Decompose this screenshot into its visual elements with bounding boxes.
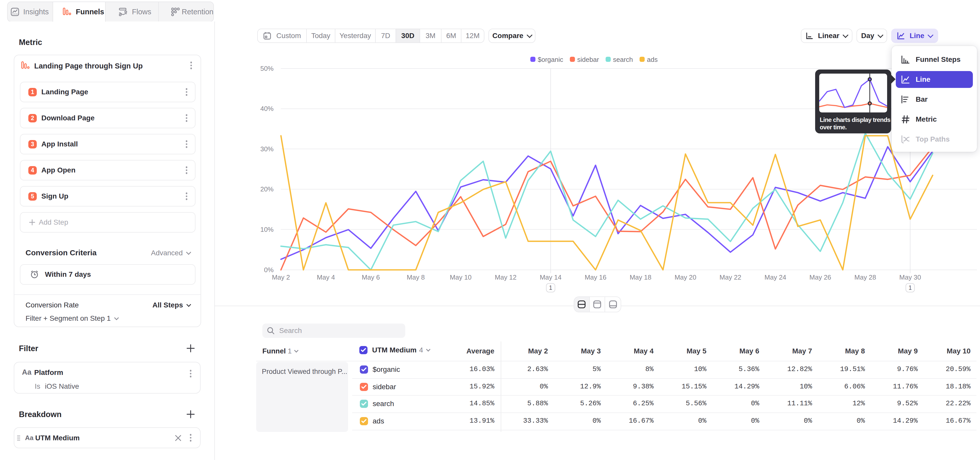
svg-text:May 6: May 6 — [362, 273, 380, 281]
svg-text:May 16: May 16 — [585, 273, 606, 281]
svg-text:40%: 40% — [260, 105, 274, 112]
svg-text:50%: 50% — [260, 65, 274, 72]
svg-text:May 28: May 28 — [854, 273, 876, 281]
svg-text:May 22: May 22 — [719, 273, 741, 281]
svg-text:May 18: May 18 — [630, 273, 651, 281]
svg-text:May 14: May 14 — [540, 273, 562, 281]
svg-text:20%: 20% — [260, 185, 274, 193]
svg-text:1: 1 — [908, 284, 912, 291]
svg-text:May 24: May 24 — [765, 273, 786, 281]
svg-text:May 2: May 2 — [272, 273, 290, 281]
svg-text:May 20: May 20 — [675, 273, 696, 281]
svg-text:May 26: May 26 — [810, 273, 831, 281]
svg-text:ads: ads — [647, 56, 658, 63]
svg-text:10%: 10% — [260, 226, 274, 233]
svg-text:May 8: May 8 — [407, 273, 425, 281]
svg-text:May 4: May 4 — [317, 273, 335, 281]
svg-text:1: 1 — [549, 284, 552, 291]
svg-text:May 10: May 10 — [450, 273, 472, 281]
svg-text:$organic: $organic — [538, 56, 563, 63]
svg-text:search: search — [613, 56, 633, 63]
svg-text:sidebar: sidebar — [577, 56, 599, 63]
svg-text:30%: 30% — [260, 145, 274, 153]
svg-text:May 30: May 30 — [899, 273, 921, 281]
svg-text:0%: 0% — [264, 266, 274, 274]
svg-text:May 12: May 12 — [495, 273, 517, 281]
